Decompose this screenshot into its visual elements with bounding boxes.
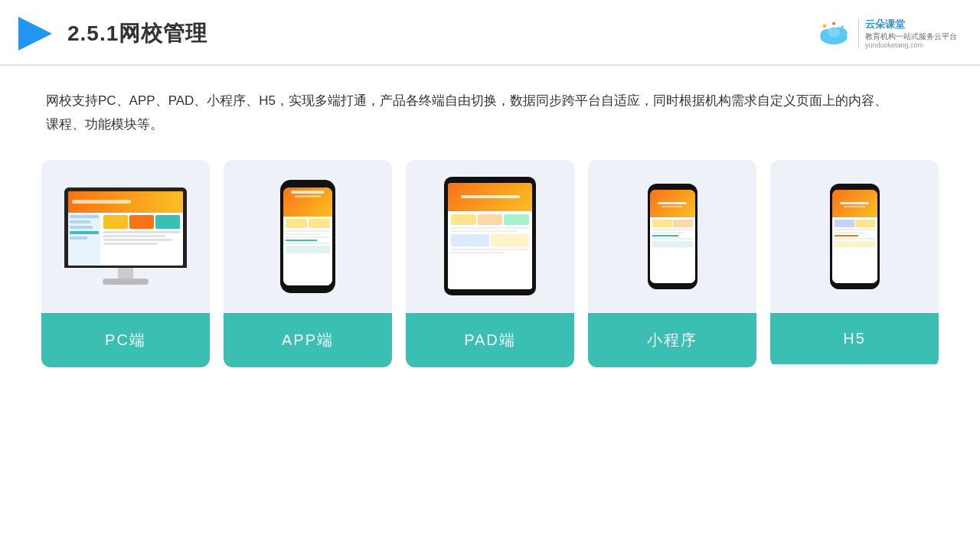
device-cards-row: PC端 [46, 160, 934, 367]
card-pc-label: PC端 [41, 313, 210, 367]
page-header: 2.5.1网校管理 云朵课堂 教育机构一站式服务云平台 yunduoketang… [0, 0, 980, 66]
phone-mini-mockup [648, 184, 697, 289]
logo-url: yunduoketang.com [865, 41, 957, 49]
play-icon [15, 14, 55, 54]
card-app-image [224, 160, 392, 313]
tablet-mockup [444, 177, 536, 295]
card-pc: PC端 [41, 160, 210, 367]
card-h5-image [770, 160, 939, 313]
phone-h5-mockup [830, 184, 880, 289]
main-content: 网校支持PC、APP、PAD、小程序、H5，实现多端打通，产品各终端自由切换，数… [0, 66, 980, 383]
card-miniprogram-label: 小程序 [588, 313, 756, 367]
svg-marker-0 [18, 17, 52, 51]
svg-point-4 [828, 28, 840, 37]
monitor-mockup [64, 187, 187, 285]
cloud-logo-icon [815, 20, 852, 47]
svg-point-5 [823, 24, 827, 28]
svg-point-6 [832, 22, 835, 25]
description-text: 网校支持PC、APP、PAD、小程序、H5，实现多端打通，产品各终端自由切换，数… [46, 89, 888, 137]
card-miniprogram: 小程序 [588, 160, 756, 367]
logo-area: 云朵课堂 教育机构一站式服务云平台 yunduoketang.com [815, 18, 957, 49]
logo-text-block: 云朵课堂 教育机构一站式服务云平台 yunduoketang.com [858, 18, 957, 49]
logo-name: 云朵课堂 [865, 18, 957, 31]
header-left: 2.5.1网校管理 [15, 14, 207, 54]
card-h5-label: H5 [770, 313, 939, 364]
card-app: APP端 [224, 160, 392, 367]
page-title: 2.5.1网校管理 [67, 19, 207, 48]
card-pad-image [406, 160, 574, 313]
card-pc-image [41, 160, 210, 313]
phone-mockup [280, 180, 335, 293]
svg-point-7 [841, 25, 844, 28]
card-pad: PAD端 [406, 160, 574, 367]
card-h5: H5 [770, 160, 939, 367]
card-app-label: APP端 [224, 313, 392, 367]
card-miniprogram-image [588, 160, 756, 313]
card-pad-label: PAD端 [406, 313, 574, 367]
logo-tagline: 教育机构一站式服务云平台 [865, 31, 957, 41]
